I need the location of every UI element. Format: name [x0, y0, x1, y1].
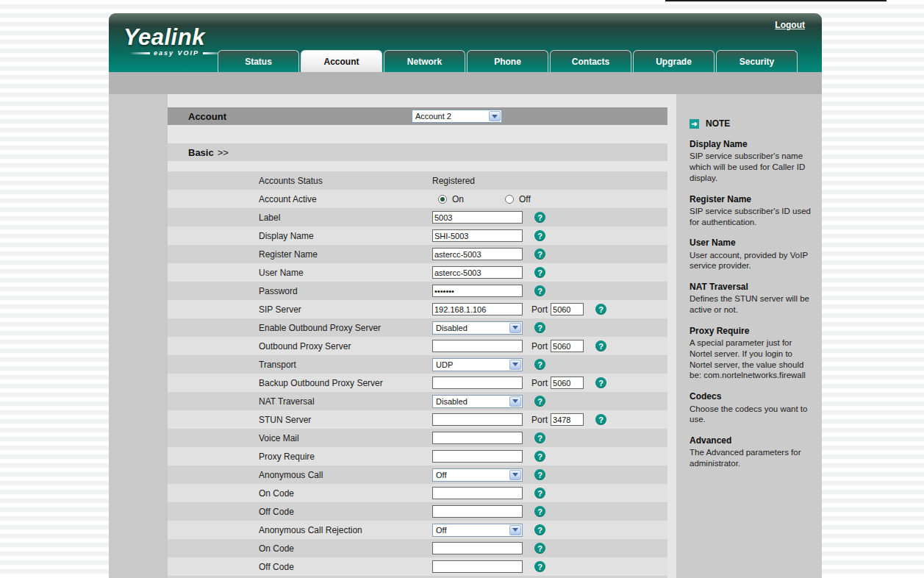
tab-network[interactable]: Network: [384, 50, 465, 72]
help-icon[interactable]: ?: [534, 396, 545, 407]
field-input[interactable]: [432, 377, 523, 389]
radio-button[interactable]: [438, 195, 447, 204]
account-header-bar: Account Account 2: [168, 107, 667, 125]
tab-upgrade[interactable]: Upgrade: [633, 50, 715, 72]
help-icon[interactable]: ?: [534, 230, 545, 241]
field-input[interactable]: [432, 542, 523, 554]
basic-section-bar[interactable]: Basic >>: [168, 143, 667, 161]
form-row: On Code?: [168, 539, 667, 557]
help-icon[interactable]: ?: [534, 506, 545, 517]
field-value: Disabled?: [432, 321, 545, 335]
field-value: ?: [432, 432, 545, 444]
field-label: SIP Server: [168, 304, 432, 315]
tab-status[interactable]: Status: [218, 50, 299, 72]
help-icon[interactable]: ?: [534, 322, 545, 333]
note-item-title: Advanced: [690, 435, 813, 446]
field-label: NAT Traversal: [168, 396, 432, 407]
field-input[interactable]: [432, 560, 523, 573]
note-item-text: SIP service subscriber's ID used for aut…: [690, 207, 811, 226]
help-icon[interactable]: ?: [534, 543, 545, 554]
chevron-down-icon[interactable]: [509, 360, 521, 370]
form-row: Accounts StatusRegistered: [168, 171, 667, 190]
chevron-down-icon[interactable]: [489, 111, 501, 121]
select-value: Off: [436, 526, 446, 535]
help-icon[interactable]: ?: [534, 561, 545, 572]
note-item-text: User account, provided by VoIP service p…: [690, 251, 808, 271]
form-row: Off Code?: [168, 557, 667, 576]
port-label: Port: [531, 378, 548, 388]
port-label: Port: [531, 415, 548, 425]
field-input[interactable]: [432, 303, 523, 315]
help-icon[interactable]: ?: [534, 488, 545, 499]
help-icon[interactable]: ?: [534, 212, 545, 223]
field-value: ?: [432, 229, 545, 242]
note-sidebar: ➜ NOTE Display NameSIP service subscribe…: [676, 94, 822, 578]
form-row: Register Name?: [168, 245, 667, 263]
tab-phone[interactable]: Phone: [467, 50, 548, 72]
help-icon[interactable]: ?: [595, 414, 606, 425]
chevron-down-icon[interactable]: [509, 470, 521, 480]
help-icon[interactable]: ?: [534, 359, 545, 370]
field-value: Off?: [432, 524, 545, 537]
form-row: Display Name?: [168, 226, 667, 245]
help-icon[interactable]: ?: [534, 524, 545, 535]
field-label: Off Code: [168, 507, 432, 517]
port-input[interactable]: [551, 340, 584, 352]
radio-group: OnOff: [438, 194, 531, 204]
chevron-down-icon[interactable]: [509, 525, 521, 535]
tab-security[interactable]: Security: [716, 50, 798, 72]
field-input[interactable]: [432, 432, 523, 444]
field-value: Port?: [432, 377, 606, 389]
field-label: Voice Mail: [168, 433, 432, 443]
field-select[interactable]: UDP: [432, 358, 523, 371]
content-area: Account Account 2 Basic >> Accounts Stat…: [109, 94, 822, 578]
field-value: Registered: [432, 176, 475, 186]
field-input[interactable]: [432, 413, 523, 426]
help-icon[interactable]: ?: [534, 432, 545, 443]
help-icon[interactable]: ?: [534, 267, 545, 278]
account-form: Account Account 2 Basic >> Accounts Stat…: [168, 94, 667, 578]
radio-option-off[interactable]: Off: [505, 194, 531, 204]
note-items: Display NameSIP service subscriber's nam…: [676, 139, 822, 469]
page-header: Yealink easy VOIP Logout StatusAccountNe…: [109, 13, 822, 72]
help-icon[interactable]: ?: [534, 451, 545, 462]
port-input[interactable]: [551, 303, 584, 315]
field-select[interactable]: Off: [432, 524, 523, 537]
field-input[interactable]: [432, 248, 523, 260]
chevron-down-icon[interactable]: [509, 323, 521, 333]
field-input[interactable]: [432, 505, 523, 518]
tab-account[interactable]: Account: [301, 50, 382, 72]
field-input[interactable]: [432, 450, 523, 463]
field-select[interactable]: Disabled: [432, 395, 523, 408]
field-input[interactable]: [432, 487, 523, 499]
help-icon[interactable]: ?: [595, 377, 606, 388]
field-value: ?: [432, 211, 545, 224]
help-icon[interactable]: ?: [534, 249, 545, 260]
form-row: Backup Outbound Proxy ServerPort?: [168, 374, 667, 392]
note-item: Proxy RequireA special parameter just fo…: [690, 326, 813, 381]
field-input[interactable]: [432, 266, 523, 279]
field-value: ?: [432, 285, 545, 297]
field-input[interactable]: [432, 211, 523, 224]
chevron-down-icon[interactable]: [509, 396, 521, 407]
port-input[interactable]: [551, 377, 584, 389]
field-input[interactable]: [432, 340, 523, 352]
radio-button[interactable]: [505, 195, 514, 204]
field-label: Register Name: [168, 249, 432, 260]
help-icon[interactable]: ?: [534, 285, 545, 296]
help-icon[interactable]: ?: [534, 469, 545, 480]
help-icon[interactable]: ?: [595, 340, 606, 352]
field-label: Enable Outbound Proxy Server: [168, 323, 432, 333]
logout-link[interactable]: Logout: [775, 20, 805, 30]
field-select[interactable]: Disabled: [432, 321, 523, 335]
tab-contacts[interactable]: Contacts: [550, 50, 631, 72]
field-input[interactable]: [432, 229, 523, 242]
note-title: NOTE: [706, 118, 730, 129]
field-select[interactable]: Off: [432, 468, 523, 482]
port-input[interactable]: [551, 413, 584, 426]
radio-option-on[interactable]: On: [438, 194, 464, 204]
field-label: Anonymous Call: [168, 470, 432, 480]
field-input[interactable]: [432, 285, 523, 297]
account-select[interactable]: Account 2: [412, 110, 502, 123]
help-icon[interactable]: ?: [595, 304, 606, 315]
